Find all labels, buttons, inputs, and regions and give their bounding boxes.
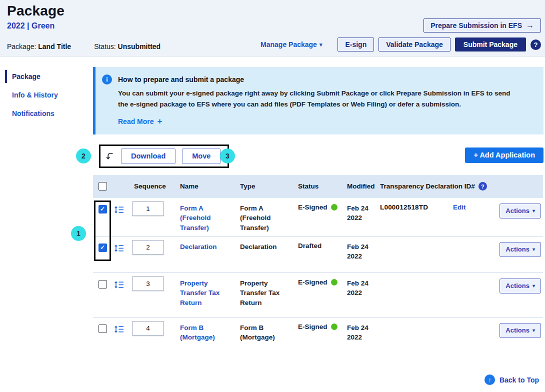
callout-badge-2: 2 [76,148,91,164]
package-status-value: Unsubmitted [118,42,161,50]
reorder-list-icon[interactable] [114,325,124,334]
sidebar-item-label: Info & History [12,91,58,99]
caret-down-icon: ▾ [320,42,322,48]
row-checkbox[interactable] [98,205,107,214]
document-type: Property Transfer Tax Return [234,278,293,308]
help-icon[interactable]: ? [478,182,487,190]
table-row: Declaration Declaration Drafted Feb 24 2… [93,236,543,273]
sequence-input[interactable] [132,276,164,291]
package-type-value: Land Title [38,42,71,50]
status-text: E-Signed [298,323,328,330]
actions-button[interactable]: Actions ▾ [500,242,541,257]
package-type: Package: Land Title [7,42,71,50]
modified-date: Feb 24 2022 [347,204,372,223]
edit-link[interactable]: Edit [453,204,466,211]
modified-date: Feb 24 2022 [347,323,372,342]
page-header: Package 2022 | Green Prepare Submission … [0,0,545,56]
sidebar: Package Info & History Notifications [0,56,93,358]
help-icon[interactable]: ? [530,40,541,50]
document-type: Declaration [234,242,293,252]
banner-body: You can submit your e-signed package rig… [118,88,521,110]
reorder-list-icon[interactable] [114,280,124,289]
table-body: 1 Form A (Freehold Transfer) Form A (Fre… [93,198,543,358]
back-to-top-label: Back to Top [500,376,539,384]
prepare-submission-efs-button[interactable]: Prepare Submission in EFS → [424,18,541,32]
transparency-declaration-id: L000012518TD [380,204,436,211]
status-text: E-Signed [298,278,328,286]
package-status-label: Status: [94,42,116,50]
plus-icon: + [158,116,162,126]
document-type: Form B (Mortgage) [234,323,293,342]
caret-down-icon: ▾ [532,283,535,288]
package-meta: Package: Land Title Status: Unsubmitted [7,42,184,50]
download-button[interactable]: Download [121,148,176,164]
main-content: i How to prepare and submit a package Yo… [93,56,545,358]
back-to-top-link[interactable]: ↑ Back to Top [484,374,539,385]
actions-label: Actions [506,326,530,334]
sidebar-item-package[interactable]: Package [5,70,93,83]
actions-label: Actions [506,207,530,214]
sequence-input[interactable] [132,321,164,336]
actions-label: Actions [506,246,530,253]
table-row: Form A (Freehold Transfer) Form A (Freeh… [93,198,543,236]
select-all-checkbox[interactable] [98,182,107,190]
row-checkbox[interactable] [98,324,107,333]
modified-date: Feb 24 2022 [347,242,372,262]
actions-button[interactable]: Actions ▾ [500,278,541,294]
esigned-status-dot [331,324,338,330]
sidebar-item-notifications[interactable]: Notifications [5,107,93,120]
caret-down-icon: ▾ [532,208,535,214]
esigned-status-dot [331,204,338,210]
read-more-label: Read More [118,118,154,126]
prepare-submission-label: Prepare Submission in EFS [430,22,522,30]
esign-button[interactable]: E-sign [338,38,374,52]
actions-label: Actions [506,282,530,290]
table-row: Form B (Mortgage) Form B (Mortgage) E-Si… [93,318,543,358]
status-text: Drafted [298,242,322,250]
row-checkbox[interactable] [98,244,107,252]
page-body: Package Info & History Notifications i H… [0,56,545,358]
package-type-label: Package: [7,42,36,50]
move-button[interactable]: Move [182,148,220,164]
arrow-up-icon: ↑ [484,374,495,385]
manage-package-label: Manage Package [260,40,317,48]
column-header-transparency-declaration-id: Transparency Declaration ID# [380,182,475,190]
sidebar-item-label: Package [12,72,40,80]
add-application-button[interactable]: + Add Application [465,148,544,163]
sidebar-item-info-history[interactable]: Info & History [5,88,93,102]
page-title: Package [7,3,541,19]
document-link[interactable]: Property Transfer Tax Return [180,278,234,308]
document-link[interactable]: Declaration [180,242,231,252]
document-link[interactable]: Form B (Mortgage) [180,323,234,342]
validate-package-button[interactable]: Validate Package [378,38,450,52]
reorder-list-icon[interactable] [114,206,124,214]
arrow-right-icon: → [526,21,534,30]
banner-title: How to prepare and submit a package [118,74,244,84]
modified-date: Feb 24 2022 [347,278,372,298]
sequence-input[interactable] [132,240,164,254]
toolbar-highlight-box: Download Move [99,144,229,168]
esigned-status-dot [331,279,338,286]
document-link[interactable]: Form A (Freehold Transfer) [180,204,234,233]
status-text: E-Signed [298,204,328,211]
callout-badge-1: 1 [71,226,86,241]
column-header-name: Name [174,182,234,190]
callout-badge-3: 3 [220,148,235,164]
column-header-sequence: Sequence [129,182,174,190]
table-row: Property Transfer Tax Return Property Tr… [93,273,543,318]
reorder-list-icon[interactable] [114,244,124,252]
info-banner: i How to prepare and submit a package Yo… [93,67,544,134]
read-more-link[interactable]: Read More + [118,116,162,126]
package-page: Package 2022 | Green Prepare Submission … [0,0,545,392]
submit-package-button[interactable]: Submit Package [455,38,526,52]
row-checkbox[interactable] [98,280,107,288]
manage-package-dropdown[interactable]: Manage Package ▾ [260,40,322,48]
document-type: Form A (Freehold Transfer) [234,204,293,233]
header-actions: Manage Package ▾ E-sign Validate Package… [260,38,541,52]
actions-button[interactable]: Actions ▾ [500,323,541,338]
actions-button[interactable]: Actions ▾ [500,204,541,218]
column-header-modified: Modified [343,182,376,190]
sequence-input[interactable] [132,202,164,216]
reorder-down-icon[interactable] [105,152,114,161]
table-header: Sequence Name Type Status Modified Trans… [93,175,543,198]
